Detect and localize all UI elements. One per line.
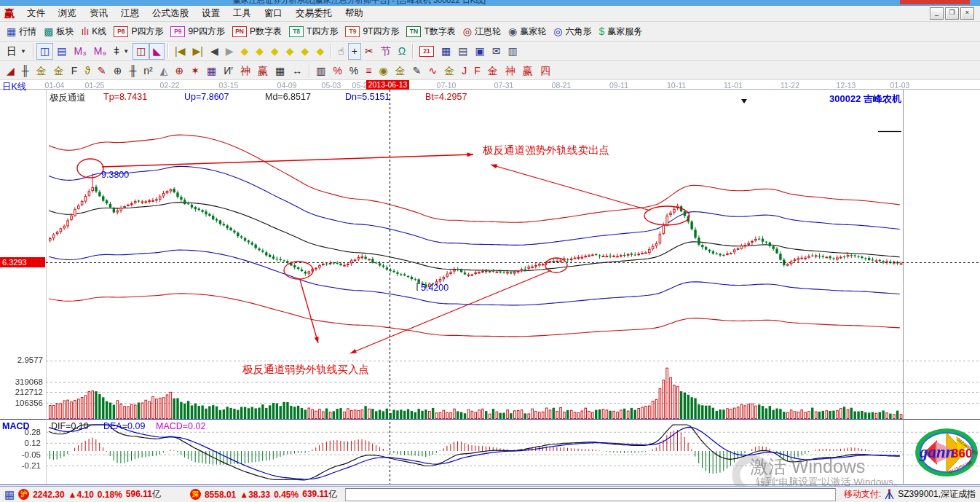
star-tool-button[interactable]: ✶ (187, 62, 203, 79)
p9-square-button[interactable]: P99P四方形 (167, 23, 229, 40)
t9-square-button[interactable]: T99T四方形 (341, 23, 403, 40)
p-square-button[interactable]: P8P四方形 (110, 23, 167, 40)
high-price-label[interactable]: 9.3800 (101, 170, 129, 180)
menu-工具[interactable]: 工具 (226, 6, 258, 21)
buy-annotation[interactable]: 极反通道弱势外轨线买入点 (242, 363, 369, 377)
quote-grid-icon[interactable]: ▦ (4, 489, 15, 500)
diamond-expand-button[interactable]: ◆ (267, 43, 282, 60)
gold-angle-button[interactable]: 金 (440, 62, 458, 79)
close-button[interactable] (900, 0, 970, 4)
t-square-button[interactable]: T8T四方形 (285, 23, 341, 40)
gann-tools-button[interactable]: 节 (377, 43, 395, 60)
width-measure-button[interactable]: ↔ (288, 62, 306, 79)
gold-circle-button[interactable]: ◉ (375, 62, 391, 79)
quotes-button[interactable]: ▦行情 (3, 23, 40, 40)
spiral-button[interactable]: ϑ (81, 62, 94, 79)
t-number-button[interactable]: TNT数字表 (403, 23, 459, 40)
menu-浏览[interactable]: 浏览 (52, 6, 83, 21)
diamond-collapse-button[interactable]: ◆ (282, 43, 298, 60)
menu-公式选股[interactable]: 公式选股 (146, 6, 195, 21)
calendar-button[interactable]: 21 (416, 43, 438, 60)
last-bar-button[interactable]: ▶| (189, 43, 207, 60)
percent-levels-button[interactable]: ≡ (362, 62, 375, 79)
low-price-label[interactable]: 5.4200 (421, 283, 448, 293)
gann-wheel-button[interactable]: ◎江恩轮 (459, 23, 505, 40)
menu-帮助[interactable]: 帮助 (339, 6, 370, 21)
close-window-button[interactable]: × (960, 7, 974, 20)
j-angle-button[interactable]: J (458, 62, 470, 79)
percent-button[interactable]: % (346, 62, 362, 79)
menu-资讯[interactable]: 资讯 (83, 6, 114, 21)
crosshair-button[interactable]: + (348, 43, 361, 60)
percent-zigzag-button[interactable]: % (329, 62, 345, 79)
diamond-vertical-button[interactable]: ◆ (312, 43, 328, 60)
wave-3-button[interactable]: M₃ (70, 43, 90, 60)
wave-gold-button[interactable]: ∿ (424, 62, 440, 79)
minimize-button[interactable]: _ (930, 7, 944, 20)
gann-circle-button[interactable]: ⊕ (110, 62, 126, 79)
save-button[interactable]: ▣ (472, 43, 489, 60)
fibo-lines-button[interactable]: F (68, 62, 82, 79)
pan-hand-button[interactable]: ☝ (334, 43, 348, 60)
square-pattern-button[interactable]: ▦ (203, 62, 220, 79)
shenzhen-index[interactable]: 8558.01 ▲38.33 0.45% 639.11亿 (205, 488, 337, 501)
brush-button[interactable]: ✎ (409, 62, 425, 79)
pattern-window-button[interactable]: ◫ (36, 43, 53, 60)
calculator-button[interactable]: ▦ (438, 43, 454, 60)
gold-fan-button[interactable]: 金 (484, 62, 502, 79)
wave-9-button[interactable]: M₉ (90, 43, 110, 60)
current-index-label[interactable]: SZ399001,深证成指 (898, 488, 976, 501)
send-button[interactable]: ✉ (489, 43, 505, 60)
prev-bar-button[interactable]: ◀ (207, 43, 222, 60)
menu-窗口[interactable]: 窗口 (258, 6, 289, 21)
first-bar-button[interactable]: |◀ (171, 43, 189, 60)
winner-service-button[interactable]: $赢家服务 (595, 23, 646, 40)
diamond-right-button[interactable]: ◆ (252, 43, 267, 60)
marker-pen-button[interactable]: ✎ (94, 62, 110, 79)
sectors-button[interactable]: ▩板块 (40, 23, 77, 40)
draw-pen-button[interactable]: ◢ (3, 62, 18, 79)
cut-button[interactable]: ✂ (361, 43, 377, 60)
next-bar-button[interactable]: ▶ (222, 43, 237, 60)
period-daily-button[interactable]: 日▼ (3, 43, 30, 60)
gold-levels-button[interactable]: 金 (392, 62, 409, 79)
pattern-red-button[interactable]: ◫ (133, 43, 149, 60)
menu-设置[interactable]: 设置 (195, 6, 226, 21)
angle-mirror-button[interactable]: ◭ (157, 62, 172, 79)
circle-cross-button[interactable]: ⊕ (172, 62, 188, 79)
info-list-button[interactable]: ▤ (53, 43, 70, 60)
gann-grid-button[interactable]: ╫ (18, 62, 33, 79)
ying-tool-button[interactable]: 赢 (254, 62, 272, 79)
diamond-center-button[interactable]: ◆ (298, 43, 313, 60)
candle-style-button[interactable]: ǂ▼ (110, 43, 133, 60)
menu-江恩[interactable]: 江恩 (114, 6, 146, 21)
si-angle-button[interactable]: 四 (537, 62, 554, 79)
code-input[interactable] (345, 488, 836, 501)
diamond-left-button[interactable]: ◆ (237, 43, 252, 60)
f-angle-button[interactable]: F (470, 62, 484, 79)
profile-chart-button[interactable]: ◣ (149, 43, 165, 60)
gold-line-button[interactable]: 金 (33, 62, 50, 79)
wave-mark-button[interactable]: И′ (220, 62, 237, 79)
hexagon-button[interactable]: ◎六角形 (550, 23, 595, 40)
restore-button[interactable]: ❐ (945, 7, 959, 20)
shen-tool-button[interactable]: 神 (237, 62, 254, 79)
grid-lines-button[interactable]: ╫ (125, 62, 140, 79)
gold-line2-button[interactable]: 金 (50, 62, 68, 79)
stats-table-button[interactable]: ▥ (312, 62, 329, 79)
ying-angle-button[interactable]: 赢 (519, 62, 537, 79)
kline-button[interactable]: ılıK线 (77, 23, 110, 40)
p-number-button[interactable]: PNP数字表 (229, 23, 285, 40)
shen-angle-button[interactable]: 神 (502, 62, 519, 79)
menu-交易委托[interactable]: 交易委托 (289, 6, 339, 21)
notes-button[interactable]: ▤ (454, 43, 471, 60)
smart-analysis-button[interactable]: Ω (395, 43, 409, 60)
square-n2-button[interactable]: n² (140, 62, 156, 79)
winner-wheel-button[interactable]: ◉赢家轮 (505, 23, 550, 40)
grid-123-button[interactable]: ▦ (272, 62, 288, 79)
chart-canvas[interactable] (0, 80, 980, 486)
menu-文件[interactable]: 文件 (20, 6, 52, 21)
shanghai-index[interactable]: 2242.30 ▲4.10 0.18% 596.11亿 (33, 488, 161, 501)
sell-annotation[interactable]: 极反通道强势外轨线卖出点 (483, 144, 609, 157)
print-button[interactable]: ▥ (505, 43, 521, 60)
